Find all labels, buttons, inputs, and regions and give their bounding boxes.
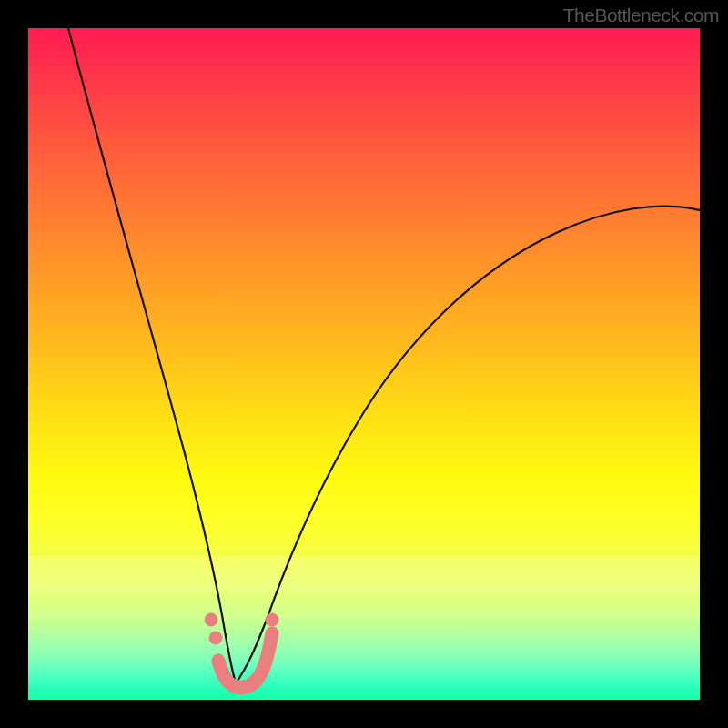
attribution-text: TheBottleneck.com — [563, 5, 719, 26]
bottleneck-curve-left — [68, 28, 236, 683]
bottleneck-curve-right — [236, 207, 700, 683]
marker-dot — [209, 632, 222, 644]
chart-frame: TheBottleneck.com — [0, 0, 728, 728]
marker-dot — [266, 613, 278, 626]
plot-area — [28, 28, 700, 700]
chart-overlay — [28, 28, 700, 700]
marker-dot — [205, 613, 217, 626]
